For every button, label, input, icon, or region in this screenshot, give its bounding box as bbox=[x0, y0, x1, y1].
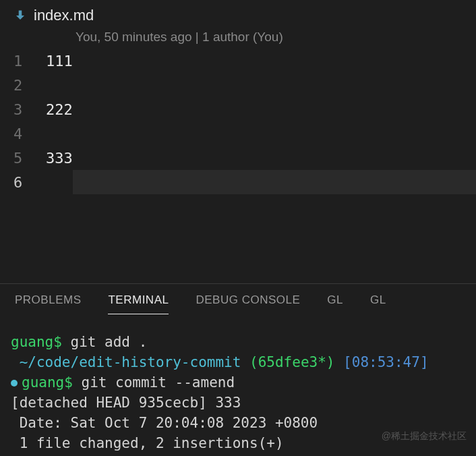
codelens-blame[interactable]: You, 50 minutes ago | 1 author (You) bbox=[0, 27, 476, 49]
editor-line[interactable]: 1 111 bbox=[13, 49, 476, 73]
panel-tab-bar: PROBLEMS TERMINAL DEBUG CONSOLE GL GL bbox=[0, 284, 476, 314]
line-number: 1 bbox=[13, 53, 46, 69]
line-number: 6 bbox=[13, 174, 46, 191]
line-content[interactable]: 111 bbox=[46, 53, 476, 69]
terminal-command: git commit --amend bbox=[73, 374, 235, 391]
terminal-line: ~/code/edit-history-commit (65dfee3*) [0… bbox=[11, 352, 465, 372]
editor-line[interactable]: 4 bbox=[13, 121, 476, 146]
markdown-file-icon bbox=[13, 9, 27, 22]
terminal-branch: (65dfee3*) bbox=[241, 354, 334, 370]
prompt-indicator-icon bbox=[11, 380, 18, 387]
editor-line[interactable]: 5 333 bbox=[13, 146, 476, 170]
terminal-line: [detached HEAD 935cecb] 333 bbox=[11, 393, 465, 413]
code-editor[interactable]: 1 111 2 3 222 4 5 333 6 bbox=[0, 49, 476, 194]
line-content[interactable]: 333 bbox=[46, 150, 476, 167]
editor-tab-bar: index.md bbox=[0, 0, 476, 27]
editor-line-active[interactable]: 6 bbox=[13, 170, 476, 194]
terminal-cwd: ~/code/edit-history-commit bbox=[11, 354, 241, 370]
line-number: 2 bbox=[13, 77, 46, 94]
tab-filename[interactable]: index.md bbox=[34, 7, 94, 24]
terminal-prompt: guang$ bbox=[11, 334, 62, 350]
terminal-line: guang$ git add . bbox=[11, 332, 465, 352]
tab-gl[interactable]: GL bbox=[327, 293, 343, 314]
tab-debug-console[interactable]: DEBUG CONSOLE bbox=[196, 293, 300, 314]
line-number: 5 bbox=[13, 150, 46, 167]
line-content[interactable]: 222 bbox=[46, 101, 476, 118]
terminal-time: [08:53:47] bbox=[334, 354, 428, 370]
line-number: 3 bbox=[13, 101, 46, 118]
watermark-text: @稀土掘金技术社区 bbox=[382, 430, 467, 443]
terminal-line: guang$ git commit --amend bbox=[11, 372, 465, 393]
terminal-command: git add . bbox=[62, 334, 147, 350]
line-number: 4 bbox=[13, 125, 46, 142]
tab-terminal[interactable]: TERMINAL bbox=[108, 293, 169, 314]
terminal-prompt: guang$ bbox=[22, 374, 73, 391]
editor-line[interactable]: 3 222 bbox=[13, 97, 476, 121]
editor-line[interactable]: 2 bbox=[13, 73, 476, 97]
tab-gl[interactable]: GL bbox=[370, 293, 386, 314]
tab-problems[interactable]: PROBLEMS bbox=[15, 293, 81, 314]
